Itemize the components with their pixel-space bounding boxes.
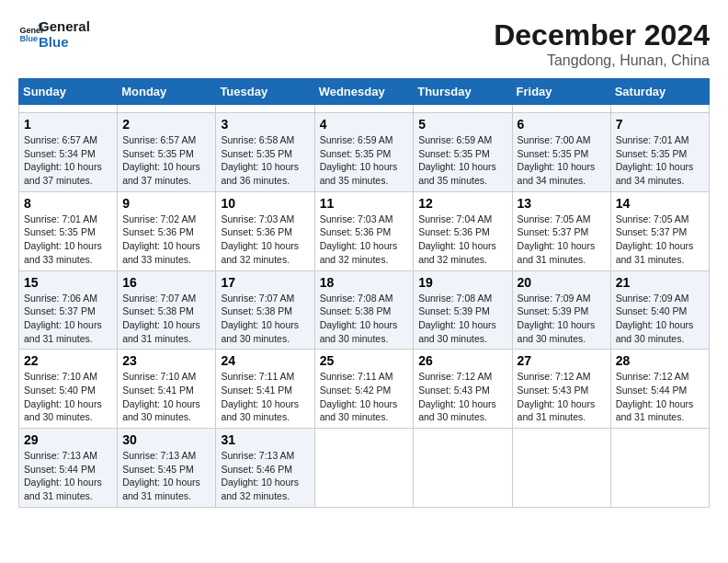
- day-info: Sunrise: 6:57 AMSunset: 5:35 PMDaylight:…: [122, 133, 210, 188]
- day-number: 25: [320, 353, 409, 368]
- day-info: Sunrise: 7:06 AMSunset: 5:37 PMDaylight:…: [24, 292, 112, 346]
- day-info: Sunrise: 7:04 AMSunset: 5:36 PMDaylight:…: [418, 213, 506, 267]
- day-info: Sunrise: 7:10 AMSunset: 5:41 PMDaylight:…: [122, 370, 210, 424]
- day-number: 13: [518, 196, 606, 211]
- day-number: 16: [122, 275, 210, 290]
- calendar-cell: 12Sunrise: 7:04 AMSunset: 5:36 PMDayligh…: [414, 191, 512, 270]
- calendar-table: Sunday Monday Tuesday Wednesday Thursday…: [18, 78, 710, 508]
- calendar-cell: 31Sunrise: 7:13 AMSunset: 5:46 PMDayligh…: [216, 429, 314, 508]
- day-number: 12: [418, 196, 506, 211]
- day-info: Sunrise: 6:58 AMSunset: 5:35 PMDaylight:…: [221, 133, 309, 188]
- calendar-cell: 26Sunrise: 7:12 AMSunset: 5:43 PMDayligh…: [414, 350, 512, 429]
- logo: General Blue General Blue: [18, 18, 90, 50]
- day-number: 28: [616, 353, 704, 368]
- calendar-cell: 13Sunrise: 7:05 AMSunset: 5:37 PMDayligh…: [512, 191, 610, 270]
- page-header: General Blue General Blue December 2024 …: [18, 18, 710, 69]
- calendar-cell: 4Sunrise: 6:59 AMSunset: 5:35 PMDaylight…: [314, 113, 414, 192]
- day-info: Sunrise: 7:13 AMSunset: 5:46 PMDaylight:…: [221, 449, 309, 503]
- day-info: Sunrise: 7:13 AMSunset: 5:44 PMDaylight:…: [24, 449, 112, 503]
- day-number: 8: [24, 196, 112, 211]
- header-wednesday: Wednesday: [314, 79, 414, 105]
- calendar-week-row: [19, 105, 710, 113]
- day-info: Sunrise: 6:57 AMSunset: 5:34 PMDaylight:…: [24, 133, 112, 188]
- day-number: 17: [221, 275, 309, 290]
- calendar-cell: 15Sunrise: 7:06 AMSunset: 5:37 PMDayligh…: [19, 270, 118, 350]
- header-thursday: Thursday: [414, 79, 512, 105]
- day-info: Sunrise: 7:02 AMSunset: 5:36 PMDaylight:…: [122, 213, 210, 267]
- day-info: Sunrise: 7:10 AMSunset: 5:40 PMDaylight:…: [24, 370, 112, 424]
- calendar-week-row: 15Sunrise: 7:06 AMSunset: 5:37 PMDayligh…: [19, 270, 710, 350]
- day-info: Sunrise: 7:05 AMSunset: 5:37 PMDaylight:…: [616, 213, 704, 267]
- day-number: 20: [518, 275, 606, 290]
- calendar-cell: [216, 105, 314, 113]
- calendar-cell: 21Sunrise: 7:09 AMSunset: 5:40 PMDayligh…: [610, 270, 709, 350]
- calendar-cell: 10Sunrise: 7:03 AMSunset: 5:36 PMDayligh…: [216, 191, 314, 270]
- calendar-cell: 7Sunrise: 7:01 AMSunset: 5:35 PMDaylight…: [610, 113, 709, 192]
- day-info: Sunrise: 6:59 AMSunset: 5:35 PMDaylight:…: [320, 133, 409, 188]
- calendar-cell: [414, 105, 512, 113]
- calendar-cell: 27Sunrise: 7:12 AMSunset: 5:43 PMDayligh…: [512, 350, 610, 429]
- calendar-cell: [414, 429, 512, 508]
- calendar-cell: 5Sunrise: 6:59 AMSunset: 5:35 PMDaylight…: [414, 113, 512, 192]
- day-number: 3: [221, 117, 309, 132]
- day-info: Sunrise: 7:00 AMSunset: 5:35 PMDaylight:…: [518, 133, 606, 188]
- day-info: Sunrise: 6:59 AMSunset: 5:35 PMDaylight:…: [418, 133, 506, 188]
- calendar-cell: 16Sunrise: 7:07 AMSunset: 5:38 PMDayligh…: [118, 270, 216, 350]
- page-title: December 2024: [494, 18, 710, 52]
- day-info: Sunrise: 7:09 AMSunset: 5:40 PMDaylight:…: [616, 292, 704, 346]
- header-saturday: Saturday: [610, 79, 709, 105]
- calendar-cell: 19Sunrise: 7:08 AMSunset: 5:39 PMDayligh…: [414, 270, 512, 350]
- calendar-cell: 2Sunrise: 6:57 AMSunset: 5:35 PMDaylight…: [118, 113, 216, 192]
- calendar-cell: 20Sunrise: 7:09 AMSunset: 5:39 PMDayligh…: [512, 270, 610, 350]
- calendar-cell: 18Sunrise: 7:08 AMSunset: 5:38 PMDayligh…: [314, 270, 414, 350]
- calendar-cell: 9Sunrise: 7:02 AMSunset: 5:36 PMDaylight…: [118, 191, 216, 270]
- calendar-cell: 14Sunrise: 7:05 AMSunset: 5:37 PMDayligh…: [610, 191, 709, 270]
- day-info: Sunrise: 7:03 AMSunset: 5:36 PMDaylight:…: [320, 213, 409, 267]
- calendar-cell: 29Sunrise: 7:13 AMSunset: 5:44 PMDayligh…: [19, 429, 118, 508]
- day-info: Sunrise: 7:11 AMSunset: 5:41 PMDaylight:…: [221, 370, 309, 424]
- calendar-week-row: 22Sunrise: 7:10 AMSunset: 5:40 PMDayligh…: [19, 350, 710, 429]
- calendar-cell: 22Sunrise: 7:10 AMSunset: 5:40 PMDayligh…: [19, 350, 118, 429]
- calendar-cell: [610, 105, 709, 113]
- logo-line1: General: [39, 18, 90, 34]
- calendar-cell: 23Sunrise: 7:10 AMSunset: 5:41 PMDayligh…: [118, 350, 216, 429]
- calendar-header-row: Sunday Monday Tuesday Wednesday Thursday…: [19, 79, 710, 105]
- day-info: Sunrise: 7:05 AMSunset: 5:37 PMDaylight:…: [518, 213, 606, 267]
- day-number: 21: [616, 275, 704, 290]
- calendar-cell: [19, 105, 118, 113]
- day-info: Sunrise: 7:12 AMSunset: 5:43 PMDaylight:…: [518, 370, 606, 424]
- day-number: 11: [320, 196, 409, 211]
- day-number: 10: [221, 196, 309, 211]
- header-monday: Monday: [118, 79, 216, 105]
- calendar-cell: [610, 429, 709, 508]
- day-number: 27: [518, 353, 606, 368]
- calendar-cell: [314, 429, 414, 508]
- day-number: 7: [616, 117, 704, 132]
- day-number: 14: [616, 196, 704, 211]
- page-subtitle: Tangdong, Hunan, China: [494, 52, 710, 69]
- day-number: 30: [122, 432, 210, 447]
- calendar-cell: 30Sunrise: 7:13 AMSunset: 5:45 PMDayligh…: [118, 429, 216, 508]
- calendar-week-row: 1Sunrise: 6:57 AMSunset: 5:34 PMDaylight…: [19, 113, 710, 192]
- calendar-cell: [118, 105, 216, 113]
- calendar-cell: 6Sunrise: 7:00 AMSunset: 5:35 PMDaylight…: [512, 113, 610, 192]
- calendar-week-row: 29Sunrise: 7:13 AMSunset: 5:44 PMDayligh…: [19, 429, 710, 508]
- day-number: 18: [320, 275, 409, 290]
- calendar-cell: 8Sunrise: 7:01 AMSunset: 5:35 PMDaylight…: [19, 191, 118, 270]
- title-block: December 2024 Tangdong, Hunan, China: [494, 18, 710, 69]
- day-info: Sunrise: 7:01 AMSunset: 5:35 PMDaylight:…: [616, 133, 704, 188]
- svg-text:Blue: Blue: [19, 34, 38, 43]
- day-number: 24: [221, 353, 309, 368]
- header-tuesday: Tuesday: [216, 79, 314, 105]
- day-info: Sunrise: 7:12 AMSunset: 5:43 PMDaylight:…: [418, 370, 506, 424]
- day-info: Sunrise: 7:12 AMSunset: 5:44 PMDaylight:…: [616, 370, 704, 424]
- calendar-cell: 17Sunrise: 7:07 AMSunset: 5:38 PMDayligh…: [216, 270, 314, 350]
- day-number: 22: [24, 353, 112, 368]
- day-number: 9: [122, 196, 210, 211]
- day-info: Sunrise: 7:11 AMSunset: 5:42 PMDaylight:…: [320, 370, 409, 424]
- day-number: 1: [24, 117, 112, 132]
- calendar-cell: [314, 105, 414, 113]
- day-number: 29: [24, 432, 112, 447]
- day-number: 19: [418, 275, 506, 290]
- day-info: Sunrise: 7:13 AMSunset: 5:45 PMDaylight:…: [122, 449, 210, 503]
